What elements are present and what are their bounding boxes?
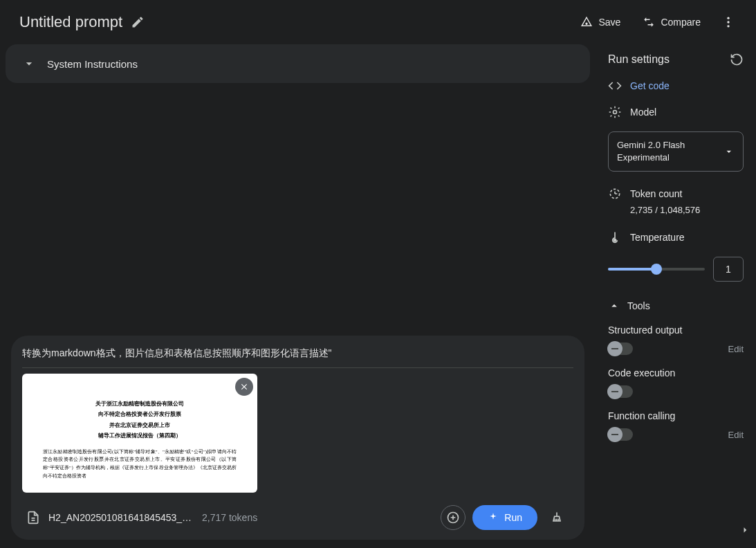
tools-label: Tools xyxy=(627,300,650,311)
structured-output-edit[interactable]: Edit xyxy=(728,344,744,354)
system-instructions-toggle[interactable]: System Instructions xyxy=(6,44,590,83)
doc-line: 向不特定合格投资者公开发行股票 xyxy=(43,410,237,419)
settings-title: Run settings xyxy=(608,53,670,66)
prompt-input[interactable] xyxy=(22,345,573,368)
function-calling-label: Function calling xyxy=(608,410,744,421)
run-label: Run xyxy=(504,512,522,523)
doc-line: 并在北京证券交易所上市 xyxy=(43,421,237,430)
model-name: Gemini 2.0 Flash Experimental xyxy=(617,139,723,164)
add-attachment-button[interactable] xyxy=(441,505,465,530)
remove-attachment-button[interactable] xyxy=(235,378,253,396)
temperature-slider[interactable] xyxy=(608,262,705,276)
prompt-title: Untitled prompt xyxy=(19,13,122,31)
svg-point-0 xyxy=(587,23,588,24)
attachment-filename: H2_AN202501081641845453_1(... xyxy=(48,512,194,523)
dropdown-arrow-icon xyxy=(723,145,735,158)
temperature-icon xyxy=(608,230,622,244)
attachment-token-count: 2,717 tokens xyxy=(202,512,257,523)
doc-line: 辅导工作进展情况报告（第四期） xyxy=(43,431,237,441)
svg-point-5 xyxy=(614,111,617,114)
temperature-label: Temperature xyxy=(630,232,685,243)
model-icon xyxy=(608,105,622,119)
clear-button[interactable] xyxy=(544,505,569,530)
structured-output-toggle[interactable] xyxy=(608,342,633,355)
doc-body: 浙江永励精密制造股份有限公司(以下简称"辅导对象"、"永励精密"或"公司")拟申… xyxy=(43,448,237,482)
model-section-label: Model xyxy=(630,107,656,118)
svg-point-1 xyxy=(727,17,729,19)
reset-settings-icon[interactable] xyxy=(730,53,744,66)
collapse-panel-button[interactable] xyxy=(737,522,753,538)
function-calling-toggle[interactable] xyxy=(608,428,633,441)
save-button[interactable]: Save xyxy=(572,10,629,34)
chevron-up-icon xyxy=(608,300,620,312)
more-menu-button[interactable] xyxy=(714,8,742,36)
run-button[interactable]: Run xyxy=(472,505,537,530)
attachment-thumbnail[interactable]: 关于浙江永励精密制造股份有限公司 向不特定合格投资者公开发行股票 并在北京证券交… xyxy=(22,374,257,493)
edit-title-icon[interactable] xyxy=(131,15,145,29)
code-execution-label: Code execution xyxy=(608,367,744,378)
save-label: Save xyxy=(598,17,620,28)
conversation-area xyxy=(6,89,590,336)
input-panel: 关于浙江永励精密制造股份有限公司 向不特定合格投资者公开发行股票 并在北京证券交… xyxy=(11,336,584,540)
temperature-input[interactable] xyxy=(713,257,744,282)
tools-section-toggle[interactable]: Tools xyxy=(608,300,744,312)
file-icon xyxy=(26,511,40,524)
code-execution-toggle[interactable] xyxy=(608,385,633,398)
compare-button[interactable]: Compare xyxy=(634,10,709,34)
structured-output-label: Structured output xyxy=(608,325,744,336)
doc-line: 关于浙江永励精密制造股份有限公司 xyxy=(43,399,237,409)
chevron-down-icon xyxy=(22,57,36,71)
svg-point-7 xyxy=(614,239,616,241)
top-bar: Untitled prompt Save Compare xyxy=(0,0,756,44)
compare-label: Compare xyxy=(661,17,701,28)
token-count-label: Token count xyxy=(630,188,683,199)
code-icon xyxy=(608,79,622,93)
function-calling-edit[interactable]: Edit xyxy=(728,430,744,440)
token-icon xyxy=(608,187,622,201)
model-selector[interactable]: Gemini 2.0 Flash Experimental xyxy=(608,131,744,172)
get-code-link[interactable]: Get code xyxy=(630,80,670,91)
svg-point-2 xyxy=(727,21,729,23)
token-count-value: 2,735 / 1,048,576 xyxy=(608,205,744,215)
system-instructions-label: System Instructions xyxy=(47,58,138,70)
settings-panel: Run settings Get code Model Gemini 2.0 F… xyxy=(596,44,756,548)
svg-point-3 xyxy=(727,25,729,27)
